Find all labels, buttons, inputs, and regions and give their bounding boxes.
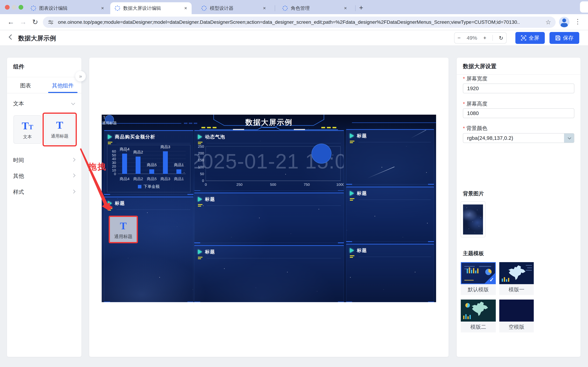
- tab-close-icon[interactable]: ×: [257, 5, 266, 11]
- template-empty-thumb: [499, 300, 534, 322]
- y-axis-tick: 150: [198, 158, 204, 162]
- bg-image-card[interactable]: [461, 201, 485, 237]
- save-icon: [555, 35, 561, 41]
- zoom-reset-icon[interactable]: ↻: [499, 35, 503, 41]
- tab-close-icon[interactable]: ×: [178, 5, 187, 11]
- browser-tab-chart-design[interactable]: 图表设计编辑 ×: [26, 2, 109, 14]
- close-window-button[interactable]: [5, 5, 10, 10]
- template-one-thumb: [499, 262, 534, 284]
- tab-label: 模型设计器: [210, 5, 233, 11]
- panel-title-r2[interactable]: 标题: [346, 187, 434, 242]
- play-triangle-icon: [108, 134, 112, 139]
- sidebar-collapse-button[interactable]: »: [75, 71, 86, 82]
- screen-height-input[interactable]: [463, 108, 574, 118]
- bar[interactable]: [136, 157, 140, 174]
- panel-bubble-chart[interactable]: 动态气泡 2025-01-21 15:05:5 0501001502002500…: [194, 130, 344, 191]
- panel-title: 商品购买金额分析: [115, 134, 156, 140]
- zoom-level: 49%: [467, 35, 477, 41]
- new-tab-button[interactable]: +: [359, 4, 363, 12]
- url-text: one.oinone.top/page;module=dataDesigner;…: [58, 19, 520, 25]
- panel-bar-chart[interactable]: 商品购买金额分析 0102030405060商品4商品4商品2商品2商品5商品5…: [104, 130, 193, 194]
- bubble-point[interactable]: [311, 144, 331, 164]
- section-style[interactable]: 样式: [13, 188, 24, 196]
- fullscreen-button[interactable]: 全屏: [515, 32, 545, 44]
- bar[interactable]: [176, 169, 181, 174]
- save-button[interactable]: 保存: [550, 32, 579, 44]
- panel-title: 标题: [357, 190, 367, 196]
- tab-other-components[interactable]: 其他组件: [44, 78, 82, 93]
- drop-card-label: 通用标题: [110, 234, 137, 240]
- bg-image-thumbnail: [463, 204, 483, 234]
- tab-label: 图表设计编辑: [39, 5, 68, 11]
- header-underline: [207, 258, 341, 258]
- bg-color-input[interactable]: [463, 133, 574, 143]
- tab-close-icon[interactable]: ×: [95, 5, 104, 11]
- panel-title-r3[interactable]: 标题: [346, 244, 434, 302]
- oinone-favicon: [201, 6, 207, 11]
- tab-charts[interactable]: 图表: [7, 78, 44, 93]
- maximize-window-button[interactable]: [18, 5, 23, 10]
- template-default[interactable]: ✓ 默认模版: [461, 262, 496, 295]
- bookmark-star-icon[interactable]: ☆: [545, 18, 551, 26]
- panel-title-l2[interactable]: 标题 T 通用标题: [104, 197, 193, 302]
- tab-close-icon[interactable]: ×: [338, 5, 347, 11]
- bar-slot: 商品3商品3: [159, 151, 172, 174]
- bar-value-label: 商品3: [160, 144, 170, 150]
- browser-menu-icon[interactable]: ⋮: [574, 18, 581, 25]
- template-one[interactable]: 模版一: [499, 262, 534, 295]
- highlight-box: T 通用标题: [43, 113, 77, 146]
- screen-width-input[interactable]: [463, 83, 574, 93]
- sidebar-tabs: 图表 其他组件: [7, 78, 81, 93]
- zoom-out-button[interactable]: −: [458, 35, 461, 41]
- play-triangle-icon: [108, 201, 112, 206]
- profile-avatar[interactable]: [559, 17, 570, 27]
- chevron-right-icon[interactable]: [72, 174, 76, 178]
- panel-title: 标题: [115, 200, 125, 206]
- section-text[interactable]: 文本: [13, 100, 24, 107]
- panel-title-m3[interactable]: 标题: [194, 245, 344, 302]
- panel-title: 标题: [357, 247, 367, 254]
- section-time[interactable]: 时间: [13, 157, 24, 164]
- chevron-right-icon[interactable]: [72, 158, 76, 162]
- y-axis-tick: 40: [112, 157, 116, 161]
- component-label: 文本: [14, 134, 41, 140]
- reload-icon[interactable]: ↻: [32, 18, 38, 26]
- browser-tab-model-designer[interactable]: 模型设计器 ×: [197, 2, 270, 14]
- y-axis-tick: 100: [198, 165, 204, 169]
- browser-tab-dashboard-design[interactable]: 数据大屏设计编辑 ×: [110, 2, 192, 14]
- chevron-right-icon[interactable]: [72, 190, 76, 194]
- fullscreen-icon: [521, 35, 526, 41]
- back-icon[interactable]: ←: [7, 18, 14, 26]
- dragged-component-drop[interactable]: T 通用标题: [109, 216, 138, 243]
- url-bar[interactable]: one.oinone.top/page;module=dataDesigner;…: [43, 17, 556, 28]
- forward-icon[interactable]: →: [20, 18, 26, 26]
- bar[interactable]: [122, 154, 127, 174]
- y-axis-tick: 30: [112, 161, 116, 165]
- page-back-icon[interactable]: [9, 34, 14, 40]
- template-two[interactable]: 模版二: [461, 300, 496, 332]
- component-text[interactable]: TT 文本: [13, 115, 42, 144]
- color-picker-swatch[interactable]: [564, 133, 574, 143]
- chevron-down-icon[interactable]: [71, 101, 75, 105]
- panel-title-m2[interactable]: 标题: [194, 192, 344, 243]
- minimize-window-button[interactable]: [12, 5, 17, 10]
- browser-tab-role-management[interactable]: 角色管理 ×: [278, 2, 351, 14]
- template-empty[interactable]: 空模版: [499, 300, 534, 332]
- zoom-control: − 49% + ↻: [454, 32, 507, 43]
- zoom-in-button[interactable]: +: [483, 35, 486, 41]
- yellow-dash-deco: [198, 257, 202, 260]
- dashboard-preview[interactable]: 数据大屏示例 T 通用标题 商品购买金额分析 0102030405060商品4商…: [102, 115, 436, 302]
- bar[interactable]: [163, 151, 168, 174]
- site-settings-icon[interactable]: [48, 19, 54, 25]
- design-canvas[interactable]: 数据大屏示例 T 通用标题 商品购买金额分析 0102030405060商品4商…: [89, 58, 449, 357]
- y-axis-tick: 0: [114, 172, 116, 176]
- drop-card-icon: T: [110, 220, 137, 232]
- component-generic-title[interactable]: T 通用标题: [45, 115, 75, 144]
- panel-title-r1[interactable]: 标题: [346, 129, 434, 184]
- bar-chart-legend: 下单金额: [107, 184, 190, 189]
- section-other[interactable]: 其他: [13, 172, 24, 180]
- bar[interactable]: [149, 169, 154, 174]
- dropped-ghost-component[interactable]: T 通用标题: [102, 115, 128, 126]
- divider: [7, 93, 81, 93]
- bar-slot: 商品5商品5: [145, 151, 159, 174]
